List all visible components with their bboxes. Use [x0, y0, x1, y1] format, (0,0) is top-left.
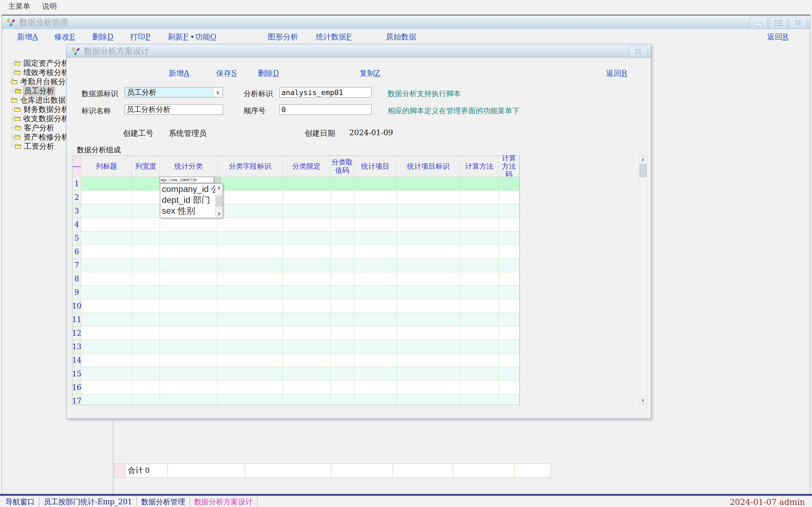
grid-cell[interactable] [499, 191, 520, 204]
toolbar-button[interactable]: ▾修改E [54, 32, 75, 42]
grid-cell[interactable] [218, 272, 283, 286]
row-number-cell[interactable]: 16 [72, 381, 81, 394]
grid-cell[interactable] [283, 313, 331, 326]
grid-cell[interactable] [460, 367, 499, 381]
grid-cell[interactable] [283, 272, 331, 286]
grid-cell[interactable] [132, 394, 160, 405]
grid-cell[interactable] [160, 231, 218, 245]
grid-cell[interactable] [460, 177, 499, 191]
dropdown-option[interactable]: dept_id 部门 [160, 194, 215, 205]
grid-cell[interactable] [81, 286, 132, 299]
statusbar-tab[interactable]: 员工按部门统计-Emp_201 [39, 497, 137, 506]
grid-cell[interactable] [218, 326, 283, 340]
grid-cell[interactable] [283, 231, 331, 245]
sidebar-item[interactable]: 固定资产分析 [8, 59, 70, 67]
row-number-cell[interactable]: 1 [72, 177, 81, 191]
grid-cell[interactable] [354, 177, 397, 191]
grid-cell[interactable] [499, 245, 520, 259]
main-window-titlebar[interactable]: 数据分析管理 ✕ [2, 15, 810, 29]
grid-cell[interactable] [132, 286, 160, 299]
grid-cell[interactable] [81, 313, 132, 326]
grid-cell[interactable] [218, 394, 283, 405]
grid-cell[interactable] [283, 286, 331, 299]
sidebar-item[interactable]: 绩效考核分析 [8, 68, 70, 76]
grid-cell[interactable] [81, 177, 132, 191]
grid-cell[interactable] [132, 231, 160, 245]
dialog-toolbar-button[interactable]: 新增A [169, 68, 189, 78]
grid-cell[interactable] [499, 313, 520, 326]
grid-cell[interactable] [81, 299, 132, 313]
grid-cell[interactable] [81, 367, 132, 381]
scrollbar-thumb[interactable] [640, 164, 647, 177]
toolbar-button[interactable]: ▾功能O [191, 32, 217, 42]
grid-cell[interactable] [218, 313, 283, 326]
grid-cell[interactable] [218, 340, 283, 353]
grid-cell[interactable] [283, 394, 331, 405]
row-number-cell[interactable]: 17 [72, 394, 81, 405]
grid-cell[interactable] [397, 177, 460, 191]
grid-cell[interactable] [397, 191, 460, 204]
grid-cell[interactable] [354, 326, 397, 340]
grid-cell[interactable] [132, 299, 160, 313]
grid-cell[interactable] [331, 367, 354, 381]
grid-cell[interactable] [160, 259, 218, 272]
dialog-close-button[interactable]: ✕ [629, 46, 648, 57]
statusbar-tab[interactable]: 数据分析管理 [137, 497, 190, 506]
grid-cell[interactable] [460, 272, 499, 286]
grid-cell[interactable] [331, 299, 354, 313]
grid-cell[interactable] [331, 231, 354, 245]
grid-cell[interactable] [81, 272, 132, 286]
grid-cell[interactable] [218, 191, 283, 204]
row-number-cell[interactable]: 3 [72, 204, 81, 218]
grid-cell[interactable] [397, 340, 460, 353]
grid-cell[interactable] [331, 394, 354, 405]
grid-cell[interactable] [499, 204, 520, 218]
grid-cell[interactable] [397, 381, 460, 394]
grid-cell[interactable] [81, 340, 132, 353]
row-number-cell[interactable]: 13 [72, 340, 81, 353]
grid-cell[interactable] [331, 381, 354, 394]
grid-cell[interactable] [160, 326, 218, 340]
sidebar-item[interactable]: 考勤月台账分析 [8, 78, 70, 86]
grid-cell[interactable] [354, 272, 397, 286]
scroll-down-icon[interactable]: ∨ [639, 397, 647, 403]
grid-cell[interactable] [283, 245, 331, 259]
grid-cell[interactable] [218, 204, 283, 218]
sequence-input[interactable]: 0 [280, 104, 371, 115]
grid-cell[interactable] [160, 353, 218, 367]
grid-cell[interactable] [499, 340, 520, 353]
grid-cell[interactable] [132, 353, 160, 367]
toolbar-button[interactable]: ▾刷新F [168, 32, 188, 42]
grid-cell[interactable] [354, 340, 397, 353]
dialog-toolbar-button[interactable]: 删除D [258, 68, 279, 78]
grid-cell[interactable] [354, 259, 397, 272]
grid-cell[interactable] [218, 286, 283, 299]
grid-cell[interactable] [331, 353, 354, 367]
minimize-button[interactable] [750, 17, 768, 29]
grid-cell[interactable] [460, 313, 499, 326]
row-number-cell[interactable]: 7 [72, 259, 81, 272]
grid-cell[interactable] [354, 191, 397, 204]
scroll-up-icon[interactable]: ∧ [215, 185, 223, 191]
grid-cell[interactable] [460, 326, 499, 340]
grid-cell[interactable] [460, 286, 499, 299]
grid-cell[interactable] [331, 218, 354, 231]
grid-cell[interactable] [81, 191, 132, 204]
sidebar-item[interactable]: 员工分析 [8, 87, 70, 95]
dialog-toolbar-button[interactable]: 保存S [216, 68, 237, 78]
dropdown-option[interactable]: company_id 公司 [160, 183, 215, 194]
scroll-up-icon[interactable]: ∧ [639, 157, 647, 163]
grid-cell[interactable] [354, 245, 397, 259]
grid-cell[interactable] [460, 204, 499, 218]
sidebar-item[interactable]: 财务数据分析 [8, 105, 70, 113]
statusbar-tab[interactable]: 数据分析方案设计 [190, 497, 257, 506]
row-number-cell[interactable]: 2 [72, 191, 81, 204]
grid-cell[interactable] [218, 245, 283, 259]
grid-cell[interactable] [397, 259, 460, 272]
dialog-titlebar[interactable]: 数据分析方案设计 ✕ [66, 44, 651, 58]
grid-cell[interactable] [132, 326, 160, 340]
grid-cell[interactable] [460, 245, 499, 259]
grid-cell[interactable] [397, 299, 460, 313]
grid-cell[interactable] [460, 231, 499, 245]
grid-cell[interactable] [499, 326, 520, 340]
